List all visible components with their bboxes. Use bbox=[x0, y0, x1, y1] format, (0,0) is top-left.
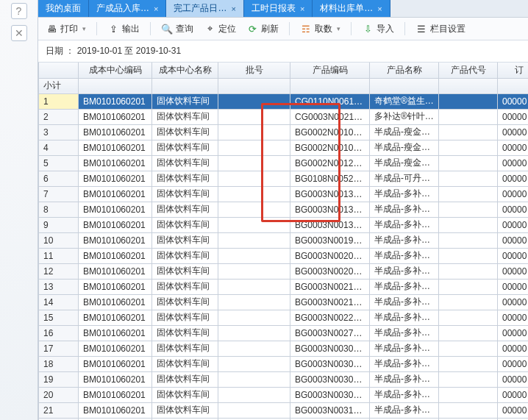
cell-pname[interactable]: 半成品-多补… bbox=[370, 325, 439, 341]
table-row[interactable]: 16BM0101060201固体饮料车间BG0003N0027AZ1半成品-多补… bbox=[39, 325, 529, 341]
table-row[interactable]: 11BM0101060201固体饮料车间BG0003N0020AZ1半成品-多补… bbox=[39, 248, 529, 263]
table-row[interactable]: 19BM0101060201固体饮料车间BG0003N0030AZ1半成品-多补… bbox=[39, 371, 529, 387]
cell-pname[interactable]: 半成品-多补… bbox=[370, 341, 439, 356]
cell-code[interactable]: BM0101060201 bbox=[79, 325, 152, 341]
cell-code[interactable]: BM0101060201 bbox=[79, 202, 152, 217]
cell-name[interactable]: 固体饮料车间 bbox=[152, 263, 218, 279]
cell-code[interactable]: BM0101060201 bbox=[79, 155, 152, 171]
cell-batch[interactable] bbox=[218, 325, 290, 341]
cell-pcode[interactable] bbox=[439, 310, 498, 325]
cell-code[interactable]: BM0101060201 bbox=[79, 248, 152, 263]
cell-code[interactable]: BM0101060201 bbox=[79, 402, 152, 418]
cell-pname[interactable]: 奇鹤堂®益生… bbox=[370, 93, 439, 109]
cell-tail[interactable]: 00000 bbox=[498, 93, 529, 109]
cell-name[interactable]: 固体饮料车间 bbox=[152, 294, 218, 310]
cell-tail[interactable]: 00000 bbox=[498, 155, 529, 171]
close-icon[interactable]: × bbox=[154, 4, 158, 13]
cell-pcode[interactable] bbox=[439, 356, 498, 371]
cell-batch[interactable] bbox=[218, 402, 290, 418]
cell-prod[interactable]: BG0003N0027AZ1 bbox=[290, 325, 370, 341]
cell-prod[interactable]: BG0003N0013AZ1 bbox=[290, 186, 370, 202]
cell-rownum[interactable]: 10 bbox=[39, 232, 79, 248]
cell-name[interactable]: 固体饮料车间 bbox=[152, 202, 218, 217]
rail-close-icon[interactable]: ✕ bbox=[11, 25, 27, 41]
cell-batch[interactable] bbox=[218, 263, 290, 279]
cell-prod[interactable]: BG0003N0013AZ1 bbox=[290, 202, 370, 217]
table-row[interactable]: 17BM0101060201固体饮料车间BG0003N0030AZ1半成品-多补… bbox=[39, 341, 529, 356]
cell-code[interactable]: BM0101060201 bbox=[79, 232, 152, 248]
table-row[interactable]: 14BM0101060201固体饮料车间BG0003N0021AZ1半成品-多补… bbox=[39, 294, 529, 310]
cell-prod[interactable]: BG0003N0030AZ1 bbox=[290, 387, 370, 402]
cell-rownum[interactable]: 9 bbox=[39, 217, 79, 232]
export-button[interactable]: ⇪输出 bbox=[107, 23, 140, 35]
cell-tail[interactable]: 00000 bbox=[498, 279, 529, 294]
refresh-button[interactable]: ⟳刷新 bbox=[246, 23, 279, 35]
cell-code[interactable]: BM0101060201 bbox=[79, 93, 152, 109]
cell-pname[interactable]: 半成品-多补… bbox=[370, 356, 439, 371]
col-cost-center-code[interactable]: 成本中心编码 bbox=[79, 63, 152, 78]
cell-rownum[interactable]: 1 bbox=[39, 93, 79, 109]
cell-batch[interactable] bbox=[218, 93, 290, 109]
cell-rownum[interactable]: 6 bbox=[39, 171, 79, 186]
cell-batch[interactable] bbox=[218, 341, 290, 356]
cell-code[interactable]: BM0101060201 bbox=[79, 279, 152, 294]
data-grid[interactable]: 成本中心编码 成本中心名称 批号 产品编码 产品名称 产品代号 订 小计 bbox=[38, 63, 528, 420]
cell-name[interactable]: 固体饮料车间 bbox=[152, 279, 218, 294]
cell-pname[interactable]: 半成品-多补… bbox=[370, 202, 439, 217]
cell-tail[interactable]: 00000 bbox=[498, 402, 529, 418]
cell-pcode[interactable] bbox=[439, 217, 498, 232]
cell-batch[interactable] bbox=[218, 124, 290, 140]
cell-code[interactable]: BM0101060201 bbox=[79, 124, 152, 140]
cell-prod[interactable]: BG0003N0020AZ1 bbox=[290, 248, 370, 263]
cell-pname[interactable]: 半成品-多补… bbox=[370, 294, 439, 310]
tab-0[interactable]: 我的桌面 bbox=[38, 0, 89, 17]
cell-prod[interactable]: BG0002N0010… bbox=[290, 140, 370, 155]
cell-batch[interactable] bbox=[218, 279, 290, 294]
cell-prod[interactable]: BG0002N0010… bbox=[290, 124, 370, 140]
cell-prod[interactable]: BG0003N0031AZ1 bbox=[290, 402, 370, 418]
cell-prod[interactable]: BG0003N0030AZ1 bbox=[290, 341, 370, 356]
cell-batch[interactable] bbox=[218, 186, 290, 202]
tab-4[interactable]: 材料出库单…× bbox=[313, 0, 390, 17]
cell-pname[interactable]: 半成品-可丹… bbox=[370, 171, 439, 186]
cell-pname[interactable]: 半成品-多补… bbox=[370, 186, 439, 202]
cell-code[interactable]: BM0101060201 bbox=[79, 186, 152, 202]
cell-rownum[interactable]: 7 bbox=[39, 186, 79, 202]
cell-rownum[interactable]: 21 bbox=[39, 402, 79, 418]
cell-pname[interactable]: 半成品-瘦金… bbox=[370, 140, 439, 155]
table-row[interactable]: 20BM0101060201固体饮料车间BG0003N0030AZ1半成品-多补… bbox=[39, 387, 529, 402]
cell-name[interactable]: 固体饮料车间 bbox=[152, 155, 218, 171]
cell-batch[interactable] bbox=[218, 294, 290, 310]
cell-prod[interactable]: BG0002N0012… bbox=[290, 155, 370, 171]
colset-button[interactable]: ☰栏目设置 bbox=[415, 23, 465, 35]
cell-tail[interactable]: 00000 bbox=[498, 341, 529, 356]
cell-prod[interactable]: CG0003N0021AZ1 bbox=[290, 109, 370, 124]
cell-name[interactable]: 固体饮料车间 bbox=[152, 171, 218, 186]
cell-pcode[interactable] bbox=[439, 202, 498, 217]
cell-pcode[interactable] bbox=[439, 387, 498, 402]
cell-pcode[interactable] bbox=[439, 93, 498, 109]
cell-tail[interactable]: 00000 bbox=[498, 387, 529, 402]
cell-code[interactable]: BM0101060201 bbox=[79, 217, 152, 232]
cell-batch[interactable] bbox=[218, 371, 290, 387]
cell-code[interactable]: BM0101060201 bbox=[79, 171, 152, 186]
cell-rownum[interactable]: 17 bbox=[39, 341, 79, 356]
cell-batch[interactable] bbox=[218, 387, 290, 402]
table-row[interactable]: 3BM0101060201固体饮料车间BG0002N0010…半成品-瘦金…00… bbox=[39, 124, 529, 140]
cell-tail[interactable]: 00000 bbox=[498, 140, 529, 155]
cell-pname[interactable]: 半成品-多补… bbox=[370, 248, 439, 263]
table-row[interactable]: 10BM0101060201固体饮料车间BG0003N0019AZ1半成品-多补… bbox=[39, 232, 529, 248]
cell-rownum[interactable]: 14 bbox=[39, 294, 79, 310]
cell-pname[interactable]: 半成品-多补… bbox=[370, 217, 439, 232]
cell-name[interactable]: 固体饮料车间 bbox=[152, 124, 218, 140]
query-button[interactable]: 🔍查询 bbox=[161, 23, 193, 35]
cell-rownum[interactable]: 5 bbox=[39, 155, 79, 171]
tab-2[interactable]: 完工产品日…× bbox=[166, 0, 243, 17]
cell-pcode[interactable] bbox=[439, 124, 498, 140]
cell-prod[interactable]: BG0003N0021AZ1 bbox=[290, 279, 370, 294]
close-icon[interactable]: × bbox=[231, 4, 235, 13]
cell-tail[interactable]: 00000 bbox=[498, 248, 529, 263]
table-row[interactable]: 6BM0101060201固体饮料车间BG0108N0052AZ1半成品-可丹…… bbox=[39, 171, 529, 186]
cell-name[interactable]: 固体饮料车间 bbox=[152, 140, 218, 155]
cell-rownum[interactable]: 20 bbox=[39, 387, 79, 402]
